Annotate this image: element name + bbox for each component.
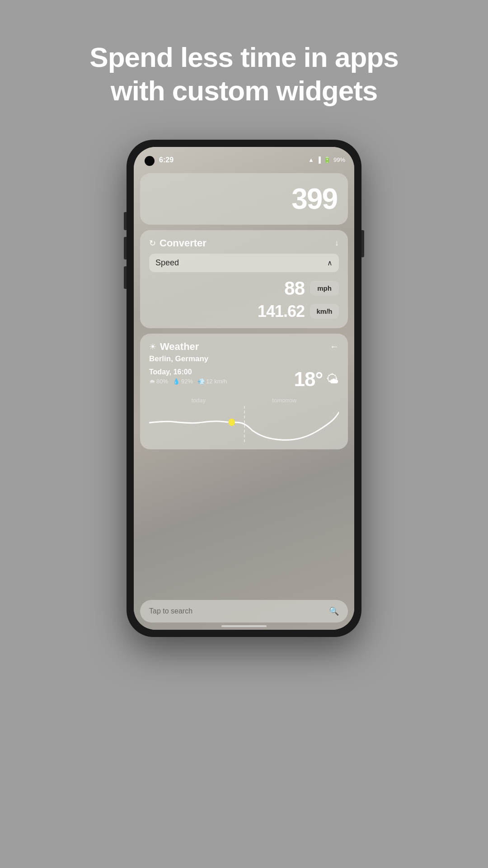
status-bar: 6:29 ▲ ▐ 🔋 99% bbox=[134, 147, 354, 170]
wind-value: 12 km/h bbox=[206, 378, 227, 385]
cloud-icon: 🌤 bbox=[326, 372, 339, 387]
chart-label-today: today bbox=[192, 397, 206, 404]
converter-title: Converter bbox=[160, 237, 206, 249]
search-bar[interactable]: Tap to search 🔍 bbox=[140, 600, 348, 623]
weather-back-icon[interactable]: ← bbox=[330, 341, 339, 352]
rain-detail: 🌧 80% bbox=[149, 378, 168, 385]
weather-time: Today, 16:00 bbox=[149, 368, 227, 376]
headline: Spend less time in apps with custom widg… bbox=[53, 41, 434, 108]
weather-temperature: 18° bbox=[294, 368, 323, 391]
headline-line1: Spend less time in apps bbox=[89, 42, 398, 73]
rain-percent: 80% bbox=[156, 378, 168, 385]
rain-icon: 🌧 bbox=[149, 378, 155, 385]
chart-label-tomorrow: tomorrow bbox=[272, 397, 296, 404]
weather-header-left: ☀ Weather bbox=[149, 341, 199, 353]
power-button bbox=[361, 230, 364, 257]
camera-hole bbox=[145, 156, 155, 166]
weather-header: ☀ Weather ← bbox=[149, 341, 339, 353]
converter-header-left: ↻ Converter bbox=[149, 237, 206, 249]
speed-dropdown[interactable]: Speed ∧ bbox=[149, 254, 339, 272]
unit-badge-1[interactable]: mph bbox=[310, 281, 339, 296]
battery-percent: 99% bbox=[333, 156, 345, 163]
home-indicator bbox=[221, 625, 267, 627]
search-placeholder: Tap to search bbox=[149, 607, 192, 615]
converter-value-1: 88 bbox=[284, 278, 305, 299]
converter-header: ↻ Converter ↓ bbox=[149, 237, 339, 249]
converter-expand-icon[interactable]: ↓ bbox=[335, 238, 339, 248]
weather-top-row: Today, 16:00 🌧 80% 💧 92% 💨 bbox=[149, 368, 339, 391]
weather-chart: today tomorrow bbox=[149, 397, 339, 442]
weather-info-left: Today, 16:00 🌧 80% 💧 92% 💨 bbox=[149, 368, 227, 385]
status-icons: ▲ ▐ 🔋 99% bbox=[308, 156, 345, 163]
wifi-icon: ▲ bbox=[308, 156, 314, 163]
battery-icon: 🔋 bbox=[324, 156, 331, 163]
phone-screen: 6:29 ▲ ▐ 🔋 99% 399 ↻ Converter bbox=[134, 147, 354, 630]
svg-point-0 bbox=[228, 419, 235, 426]
chart-divider bbox=[244, 406, 245, 442]
converter-row-1: 88 mph bbox=[149, 278, 339, 299]
weather-temp-right: 18° 🌤 bbox=[294, 368, 339, 391]
converter-values: 88 mph 141.62 km/h bbox=[149, 278, 339, 321]
headline-line2: with custom widgets bbox=[111, 75, 378, 106]
converter-value-2: 141.62 bbox=[258, 302, 305, 321]
mute-button bbox=[124, 212, 127, 230]
weather-title: Weather bbox=[160, 341, 199, 353]
humidity-value: 92% bbox=[181, 378, 193, 385]
weather-details: 🌧 80% 💧 92% 💨 12 km/h bbox=[149, 378, 227, 385]
signal-icon: ▐ bbox=[317, 156, 321, 163]
number-widget[interactable]: 399 bbox=[140, 173, 348, 225]
convert-icon: ↻ bbox=[149, 238, 156, 248]
volume-down-button bbox=[124, 266, 127, 289]
weather-location: Berlin, Germany bbox=[149, 354, 339, 363]
status-time: 6:29 bbox=[159, 156, 174, 164]
chevron-up-icon: ∧ bbox=[327, 259, 333, 267]
wind-detail: 💨 12 km/h bbox=[197, 378, 227, 385]
converter-row-2: 141.62 km/h bbox=[149, 302, 339, 321]
weather-widget[interactable]: ☀ Weather ← Berlin, Germany Today, 16:00… bbox=[140, 334, 348, 449]
converter-widget[interactable]: ↻ Converter ↓ Speed ∧ 88 mph 141.62 bbox=[140, 230, 348, 328]
search-icon[interactable]: 🔍 bbox=[329, 606, 339, 616]
volume-up-button bbox=[124, 237, 127, 259]
sun-icon: ☀ bbox=[149, 342, 156, 352]
chart-labels: today tomorrow bbox=[149, 397, 339, 404]
widgets-container: 399 ↻ Converter ↓ Speed ∧ 88 bbox=[134, 170, 354, 453]
wind-icon: 💨 bbox=[197, 378, 205, 385]
unit-badge-2[interactable]: km/h bbox=[310, 304, 339, 319]
humidity-detail: 💧 92% bbox=[173, 378, 193, 385]
number-value: 399 bbox=[291, 182, 337, 216]
dropdown-label: Speed bbox=[155, 258, 179, 268]
humidity-icon: 💧 bbox=[173, 378, 180, 385]
phone-frame: 6:29 ▲ ▐ 🔋 99% 399 ↻ Converter bbox=[127, 140, 361, 637]
